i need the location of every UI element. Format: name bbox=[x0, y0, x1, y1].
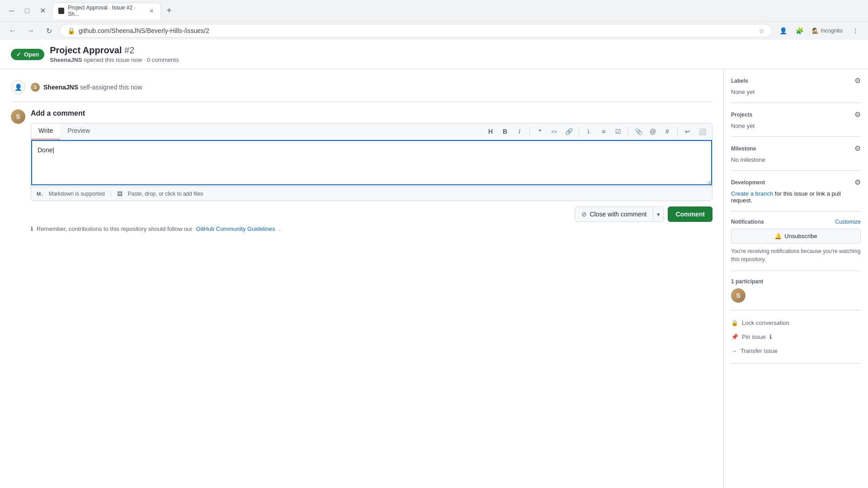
ul-button[interactable]: ≡ bbox=[597, 125, 610, 138]
tab-close-button[interactable]: × bbox=[148, 7, 155, 14]
close-dropdown-button[interactable]: ▾ bbox=[653, 207, 664, 221]
tab-title: Project Approval · Issue #2 · Sh... bbox=[68, 5, 144, 17]
extensions-button[interactable]: 🧩 bbox=[792, 23, 807, 38]
comment-submit-button[interactable]: Comment bbox=[668, 206, 712, 222]
code-button[interactable]: <> bbox=[548, 125, 561, 138]
incognito-badge: 🕵 Incognito bbox=[808, 26, 846, 36]
sidebar: Labels ⚙ None yet Projects ⚙ None yet Mi… bbox=[723, 69, 868, 488]
link-button[interactable]: 🔗 bbox=[562, 125, 575, 138]
heading-button[interactable]: H bbox=[484, 125, 497, 138]
window-minimize-button[interactable]: ─ bbox=[5, 5, 18, 17]
toolbar-sep-4 bbox=[677, 127, 678, 136]
issue-opened-text: opened this issue now · 0 comments bbox=[84, 56, 179, 63]
assign-user: SheenaJNS self-assigned this now bbox=[43, 84, 142, 91]
milestone-value: No milestone bbox=[731, 156, 861, 163]
transfer-arrow-icon: → bbox=[731, 347, 737, 354]
notifications-title: Notifications bbox=[731, 219, 764, 225]
milestone-gear-icon[interactable]: ⚙ bbox=[854, 144, 861, 153]
issue-number: #2 bbox=[124, 45, 134, 55]
comment-tabs: Write Preview H B I ❝ <> 🔗 bbox=[31, 123, 712, 140]
timeline-divider bbox=[11, 102, 712, 102]
forward-button[interactable]: → bbox=[24, 23, 38, 38]
markdown-icon: M↓ bbox=[37, 191, 43, 197]
comment-box: Write Preview H B I ❝ <> 🔗 bbox=[31, 123, 712, 201]
close-with-comment-group: ⊘ Close with comment ▾ bbox=[575, 206, 664, 222]
undo-button[interactable]: ↩ bbox=[681, 125, 694, 138]
development-gear-icon[interactable]: ⚙ bbox=[854, 178, 861, 187]
milestone-header: Milestone ⚙ bbox=[731, 144, 861, 153]
community-guidelines-link[interactable]: GitHub Community Guidelines bbox=[196, 225, 275, 232]
italic-button[interactable]: I bbox=[513, 125, 526, 138]
attach-button[interactable]: 📎 bbox=[632, 125, 645, 138]
info-text: Remember, contributions to this reposito… bbox=[37, 225, 193, 232]
transfer-issue-action[interactable]: → Transfer issue bbox=[731, 346, 861, 356]
issue-meta: SheenaJNS opened this issue now · 0 comm… bbox=[50, 56, 179, 63]
page-layout: ✓ Open Project Approval #2 SheenaJNS ope… bbox=[0, 40, 868, 488]
lock-conversation-action[interactable]: 🔒 Lock conversation bbox=[731, 318, 861, 328]
add-comment-content: Add a comment Write Preview H B I bbox=[31, 109, 712, 232]
labels-value: None yet bbox=[731, 89, 861, 95]
browser-window-controls: ─ □ ✕ bbox=[5, 5, 49, 17]
commenter-avatar: S bbox=[11, 109, 25, 124]
bold-button[interactable]: B bbox=[499, 125, 511, 138]
window-maximize-button[interactable]: □ bbox=[21, 5, 33, 17]
attach-image-icon: 🖼 bbox=[117, 191, 123, 197]
pin-info-icon: ℹ bbox=[769, 333, 772, 340]
comment-textarea[interactable] bbox=[31, 140, 712, 185]
create-branch-link[interactable]: Create a branch bbox=[731, 190, 773, 197]
timeline-assign-content: S SheenaJNS self-assigned this now bbox=[31, 80, 712, 92]
mention-button[interactable]: @ bbox=[646, 125, 659, 138]
quote-button[interactable]: ❝ bbox=[533, 125, 546, 138]
menu-button[interactable]: ⋮ bbox=[848, 23, 863, 38]
sidebar-participants-section: 1 participant S bbox=[731, 271, 861, 310]
timeline-item-assign: 👤 S SheenaJNS self-assigned this now bbox=[11, 76, 712, 98]
info-row: ℹ Remember, contributions to this reposi… bbox=[31, 225, 712, 232]
window-close-button[interactable]: ✕ bbox=[36, 5, 49, 17]
issue-author: SheenaJNS bbox=[50, 56, 82, 63]
projects-value: None yet bbox=[731, 122, 861, 129]
labels-header: Labels ⚙ bbox=[731, 76, 861, 85]
pin-issue-action[interactable]: 📌 Pin issue ℹ bbox=[731, 332, 861, 342]
unsubscribe-button[interactable]: 🔔 Unsubscribe bbox=[731, 229, 861, 244]
labels-title: Labels bbox=[731, 78, 748, 84]
toolbar-sep-3 bbox=[628, 127, 628, 136]
close-with-comment-button[interactable]: ⊘ Close with comment bbox=[575, 207, 653, 221]
bookmark-icon[interactable]: ☆ bbox=[759, 27, 764, 34]
transfer-label: Transfer issue bbox=[741, 347, 778, 354]
development-content: Create a branch for this issue or link a… bbox=[731, 190, 861, 204]
labels-gear-icon[interactable]: ⚙ bbox=[854, 76, 861, 85]
projects-header: Projects ⚙ bbox=[731, 110, 861, 119]
refresh-button[interactable]: ↻ bbox=[42, 23, 56, 38]
projects-gear-icon[interactable]: ⚙ bbox=[854, 110, 861, 119]
back-button[interactable]: ← bbox=[5, 23, 20, 38]
address-bar[interactable]: 🔒 github.com/SheenaJNS/Beverly-Hills-/is… bbox=[60, 24, 772, 38]
profile-button[interactable]: 👤 bbox=[776, 23, 790, 38]
sidebar-danger-section: 🔒 Lock conversation 📌 Pin issue ℹ → Tran… bbox=[731, 310, 861, 364]
lock-label: Lock conversation bbox=[742, 319, 789, 326]
sidebar-projects-section: Projects ⚙ None yet bbox=[731, 103, 861, 137]
comment-toolbar: H B I ❝ <> 🔗 1. ≡ ☑ bbox=[481, 123, 712, 140]
ol-button[interactable]: 1. bbox=[583, 125, 595, 138]
footer-separator: | bbox=[110, 191, 112, 197]
pin-icon: 📌 bbox=[731, 333, 738, 340]
browser-tab-bar: ─ □ ✕ Project Approval · Issue #2 · Sh..… bbox=[0, 0, 868, 22]
issue-header: ✓ Open Project Approval #2 SheenaJNS ope… bbox=[0, 40, 868, 69]
sidebar-labels-section: Labels ⚙ None yet bbox=[731, 76, 861, 103]
add-comment-title: Add a comment bbox=[31, 109, 712, 117]
customize-link[interactable]: Customize bbox=[835, 219, 861, 225]
info-period: . bbox=[279, 225, 281, 232]
reference-button[interactable]: # bbox=[661, 125, 674, 138]
tab-preview[interactable]: Preview bbox=[60, 123, 97, 140]
tasklist-button[interactable]: ☑ bbox=[612, 125, 624, 138]
info-icon: ℹ bbox=[31, 225, 33, 232]
assign-icon: 👤 bbox=[11, 80, 25, 94]
assign-avatar: S bbox=[31, 83, 40, 92]
tab-favicon bbox=[58, 8, 64, 14]
active-tab[interactable]: Project Approval · Issue #2 · Sh... × bbox=[52, 3, 161, 19]
toolbar-sep-1 bbox=[529, 127, 530, 136]
fullscreen-button[interactable]: ⬜ bbox=[696, 125, 708, 138]
tab-write[interactable]: Write bbox=[31, 123, 60, 140]
comment-footer: M↓ Markdown is supported | 🖼 Paste, drop… bbox=[31, 187, 712, 201]
new-tab-button[interactable]: + bbox=[163, 5, 175, 17]
projects-title: Projects bbox=[731, 112, 752, 118]
